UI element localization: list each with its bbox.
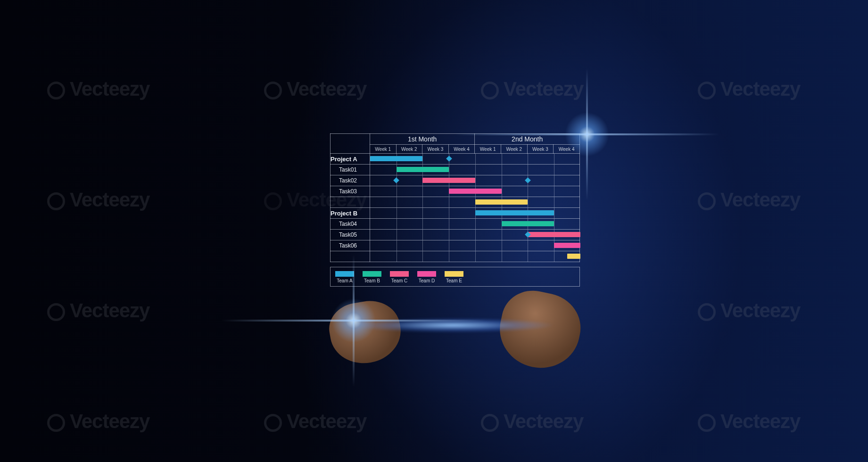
gantt-bar-cell — [370, 219, 579, 230]
watermark: Vecteezy — [698, 410, 800, 433]
row-label: Task04 — [331, 219, 370, 230]
gantt-chart: 1st Month 2nd Month Week 1 Week 2 Week 3… — [330, 133, 580, 287]
legend-swatch — [390, 271, 409, 277]
scene: Vecteezy Vecteezy Vecteezy Vecteezy Vect… — [0, 0, 868, 462]
gantt-bar — [422, 178, 475, 183]
watermark: Vecteezy — [47, 78, 149, 100]
legend-item: Team D — [417, 271, 436, 283]
gantt-task-row — [331, 251, 580, 262]
week-header: Week 4 — [448, 145, 475, 154]
watermark: Vecteezy — [264, 78, 366, 100]
legend-swatch — [445, 271, 463, 277]
row-label — [331, 197, 370, 208]
tablet-glow — [325, 316, 580, 335]
gantt-bar-cell — [370, 251, 579, 262]
gantt-bar-cell — [370, 230, 579, 240]
gantt-bar — [370, 156, 423, 161]
watermark: Vecteezy — [698, 299, 800, 322]
gantt-task-row: Task01 — [331, 165, 580, 175]
watermark: Vecteezy — [481, 78, 583, 100]
watermark: Vecteezy — [698, 78, 800, 100]
gantt-task-row — [331, 197, 580, 208]
row-label: Task03 — [331, 186, 370, 197]
row-label: Task01 — [331, 165, 370, 175]
gantt-task-row: Task05 — [331, 230, 580, 240]
gantt-bar — [554, 243, 580, 248]
gantt-bar-cell — [370, 197, 579, 208]
gantt-bar-cell — [370, 175, 579, 186]
gantt-bar — [567, 254, 580, 259]
gantt-project-row: Project B — [331, 208, 580, 219]
week-header: Week 3 — [527, 145, 554, 154]
gantt-bar — [475, 199, 528, 205]
legend-swatch — [335, 271, 354, 277]
watermark: Vecteezy — [47, 410, 149, 433]
gantt-bar-cell — [370, 165, 579, 175]
gantt-bar — [397, 167, 449, 172]
row-label: Task05 — [331, 230, 370, 240]
week-header: Week 2 — [501, 145, 528, 154]
week-header: Week 4 — [554, 145, 580, 154]
gantt-project-row: Project A — [331, 154, 580, 165]
legend-swatch — [363, 271, 381, 277]
gantt-legend: Team ATeam BTeam CTeam DTeam E — [330, 267, 580, 287]
legend-item: Team A — [335, 271, 354, 283]
gantt-bar-cell — [370, 208, 579, 219]
week-header: Week 1 — [370, 145, 396, 154]
legend-item: Team B — [363, 271, 381, 283]
gantt-bar — [449, 189, 502, 194]
gantt-bar-cell — [370, 186, 579, 197]
legend-label: Team C — [391, 278, 407, 283]
week-header: Week 3 — [422, 145, 449, 154]
watermark: Vecteezy — [481, 410, 583, 433]
gantt-task-row: Task02 — [331, 175, 580, 186]
legend-swatch — [417, 271, 436, 277]
gantt-bar-cell — [370, 154, 579, 165]
watermark: Vecteezy — [698, 189, 800, 211]
row-label — [331, 251, 370, 262]
gantt-bar — [475, 210, 554, 215]
watermark: Vecteezy — [264, 410, 366, 433]
gantt-task-row: Task03 — [331, 186, 580, 197]
row-label: Project B — [331, 208, 370, 219]
row-label: Project A — [331, 154, 370, 165]
gantt-table: 1st Month 2nd Month Week 1 Week 2 Week 3… — [330, 133, 580, 262]
week-header: Week 2 — [396, 145, 422, 154]
gantt-bar — [502, 221, 554, 226]
milestone-icon — [525, 177, 531, 183]
week-header: Week 1 — [475, 145, 501, 154]
legend-label: Team E — [446, 278, 462, 283]
legend-label: Team B — [364, 278, 380, 283]
row-label: Task02 — [331, 175, 370, 186]
watermark: Vecteezy — [47, 299, 149, 322]
row-label: Task06 — [331, 240, 370, 251]
month-header-1: 1st Month — [370, 134, 475, 145]
milestone-icon — [446, 156, 452, 162]
gantt-task-row: Task04 — [331, 219, 580, 230]
milestone-icon — [393, 177, 399, 183]
watermark: Vecteezy — [47, 189, 149, 211]
gantt-bar-cell — [370, 240, 579, 251]
month-header-2: 2nd Month — [475, 134, 580, 145]
gantt-corner — [331, 134, 370, 154]
gantt-bar — [528, 232, 580, 237]
legend-label: Team A — [337, 278, 352, 283]
legend-item: Team E — [445, 271, 463, 283]
legend-item: Team C — [390, 271, 409, 283]
gantt-task-row: Task06 — [331, 240, 580, 251]
legend-label: Team D — [419, 278, 435, 283]
